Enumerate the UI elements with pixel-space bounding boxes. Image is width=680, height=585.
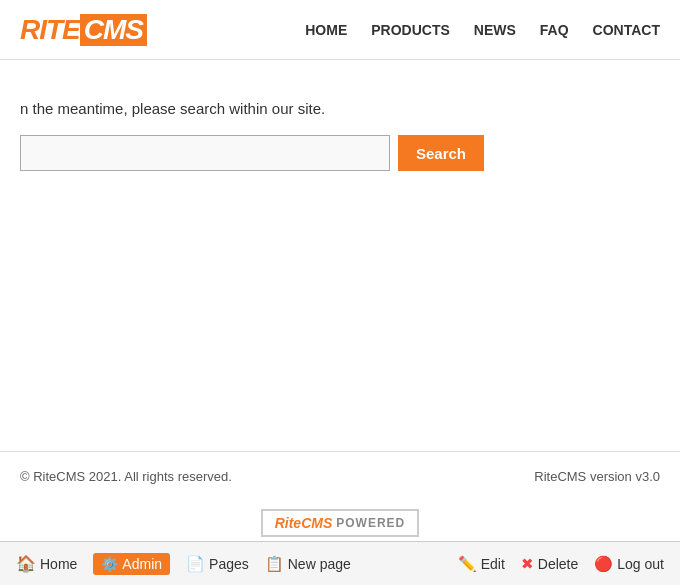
powered-section: RiteCMS POWERED [0, 501, 680, 541]
toolbar-pages[interactable]: 📄 Pages [186, 555, 249, 573]
nav-news[interactable]: NEWS [474, 22, 516, 38]
toolbar-newpage[interactable]: 📋 New page [265, 555, 351, 573]
nav-contact[interactable]: CONTACT [593, 22, 660, 38]
edit-icon: ✏️ [458, 555, 477, 573]
toolbar-newpage-label: New page [288, 556, 351, 572]
toolbar-home-label: Home [40, 556, 77, 572]
footer-version: RiteCMS version v3.0 [534, 469, 660, 484]
pages-icon: 📄 [186, 555, 205, 573]
footer: © RiteCMS 2021. All rights reserved. Rit… [0, 451, 680, 501]
home-icon: 🏠 [16, 554, 36, 573]
main-nav: HOME PRODUCTS NEWS FAQ CONTACT [305, 22, 660, 38]
footer-copyright: © RiteCMS 2021. All rights reserved. [20, 469, 232, 484]
search-input[interactable] [20, 135, 390, 171]
toolbar-logout[interactable]: 🔴 Log out [594, 555, 664, 573]
toolbar-admin-label: Admin [122, 556, 162, 572]
logo: RITECMS [20, 14, 147, 46]
header: RITECMS HOME PRODUCTS NEWS FAQ CONTACT [0, 0, 680, 60]
powered-badge: RiteCMS POWERED [261, 509, 420, 537]
admin-toolbar: 🏠 Home ⚙️ Admin 📄 Pages 📋 New page ✏️ Ed… [0, 541, 680, 585]
nav-products[interactable]: PRODUCTS [371, 22, 450, 38]
toolbar-logout-label: Log out [617, 556, 664, 572]
main-content: n the meantime, please search within our… [0, 60, 680, 286]
toolbar-edit-label: Edit [481, 556, 505, 572]
nav-faq[interactable]: FAQ [540, 22, 569, 38]
toolbar-delete[interactable]: ✖ Delete [521, 555, 578, 573]
search-row: Search [20, 135, 660, 171]
toolbar-edit[interactable]: ✏️ Edit [458, 555, 505, 573]
logo-cms: CMS [80, 14, 147, 46]
toolbar-delete-label: Delete [538, 556, 578, 572]
search-hint: n the meantime, please search within our… [20, 100, 660, 117]
toolbar-admin[interactable]: ⚙️ Admin [93, 553, 170, 575]
logo-rite: RITE [20, 14, 80, 46]
gear-icon: ⚙️ [101, 556, 118, 572]
search-button[interactable]: Search [398, 135, 484, 171]
toolbar-home[interactable]: 🏠 Home [16, 554, 77, 573]
logout-icon: 🔴 [594, 555, 613, 573]
toolbar-pages-label: Pages [209, 556, 249, 572]
nav-home[interactable]: HOME [305, 22, 347, 38]
newpage-icon: 📋 [265, 555, 284, 573]
delete-icon: ✖ [521, 555, 534, 573]
powered-text: POWERED [336, 516, 405, 530]
toolbar-right: ✏️ Edit ✖ Delete 🔴 Log out [458, 555, 664, 573]
powered-rite: RiteCMS [275, 515, 333, 531]
